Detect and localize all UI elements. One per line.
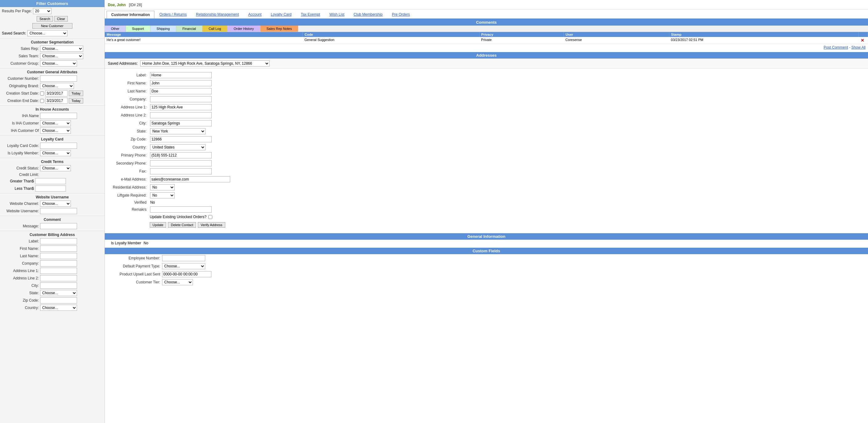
tab-pre-orders[interactable]: Pre Orders <box>388 11 414 19</box>
addr-city-input[interactable] <box>150 120 212 126</box>
tab-account[interactable]: Account <box>244 11 266 19</box>
billing-address1-input[interactable] <box>40 268 77 274</box>
tab-wish-list[interactable]: Wish List <box>325 11 349 19</box>
greater-than-input[interactable] <box>35 178 66 184</box>
comment-delete-btn[interactable]: ✕ <box>861 38 864 43</box>
website-channel-select[interactable]: Choose... <box>40 201 71 207</box>
loyalty-card-code-input[interactable] <box>40 143 77 149</box>
addr-liftgate-select[interactable]: NoYes <box>150 192 175 198</box>
is-iha-customer-select[interactable]: Choose... <box>40 120 71 126</box>
creation-start-date-row: Creation Start Date: Today <box>0 90 104 97</box>
delete-contact-button[interactable]: Delete Contact <box>168 222 196 228</box>
addr-firstname-input[interactable] <box>150 80 212 86</box>
tab-club-membership[interactable]: Club Membership <box>349 11 387 19</box>
results-per-page-select[interactable]: 2050100 <box>33 8 52 14</box>
new-customer-button[interactable]: New Customer <box>32 23 72 29</box>
billing-company-input[interactable] <box>40 260 77 266</box>
update-orders-checkbox[interactable] <box>208 215 212 219</box>
customer-group-row: Customer Group: Choose... <box>0 60 104 67</box>
comment-tab-support[interactable]: Support <box>126 26 151 32</box>
addr-secondary-phone-input[interactable] <box>150 160 212 166</box>
customer-number-input[interactable] <box>40 75 77 82</box>
billing-state-select[interactable]: Choose... <box>40 290 77 296</box>
sales-team-select[interactable]: Choose... <box>40 53 83 59</box>
comment-tab-orderhistory[interactable]: Order History <box>227 26 260 32</box>
comment-tab-salesrep[interactable]: Sales Rep Notes <box>260 26 299 32</box>
default-payment-type-select[interactable]: Choose... <box>162 263 205 269</box>
creation-end-date-today-btn[interactable]: Today <box>69 98 83 103</box>
billing-country-select[interactable]: Choose... <box>40 305 77 311</box>
greater-than-row: Greater Than$ <box>0 177 104 185</box>
billing-label-input[interactable] <box>40 238 77 244</box>
comment-delete-cell[interactable]: ✕ <box>859 37 868 44</box>
comment-col-code: Code <box>303 32 479 37</box>
update-button[interactable]: Update <box>150 222 166 228</box>
employee-number-input[interactable] <box>162 255 205 261</box>
billing-label-row: Label: <box>0 237 104 245</box>
saved-address-select[interactable]: Home John Doe, 125 High Rock Ave, Sarato… <box>140 60 270 67</box>
credit-limit-label: Credit Limit: <box>2 172 39 177</box>
search-button[interactable]: Search <box>37 16 53 22</box>
addr-label-input[interactable] <box>150 72 212 78</box>
product-upsell-input[interactable] <box>162 271 211 277</box>
saved-search-select[interactable]: Choose... <box>27 30 67 36</box>
comment-tab-other[interactable]: Other <box>105 26 126 32</box>
creation-start-date-input[interactable] <box>45 90 67 96</box>
iha-name-input[interactable] <box>40 113 77 119</box>
customer-tier-select[interactable]: Choose... <box>162 279 193 285</box>
addr-residential-select[interactable]: NoYes <box>150 184 175 190</box>
website-username-input[interactable] <box>40 208 77 214</box>
comment-tab-shipping[interactable]: Shipping <box>150 26 176 32</box>
iha-customer-of-select[interactable]: Choose... <box>40 128 71 134</box>
is-loyalty-member-select[interactable]: Choose... <box>40 150 71 156</box>
billing-lastname-input[interactable] <box>40 253 77 259</box>
addr-fax-input[interactable] <box>150 168 212 174</box>
addr-lastname-input[interactable] <box>150 88 212 94</box>
billing-city-input[interactable] <box>40 283 77 289</box>
creation-end-date-input[interactable] <box>45 98 67 104</box>
addr-primary-phone-input[interactable] <box>150 152 212 158</box>
credit-status-select[interactable]: Choose... <box>40 165 71 171</box>
addr-remarks-input[interactable] <box>150 206 212 213</box>
addr-primary-phone-row: Primary Phone: <box>111 151 232 159</box>
tab-customer-information[interactable]: Customer Information <box>106 11 154 19</box>
addr-country-select[interactable]: United States Canada <box>150 144 206 150</box>
billing-address2-input[interactable] <box>40 275 77 281</box>
comment-message-cell: He's a great customer! <box>105 37 303 44</box>
creation-start-date-today-btn[interactable]: Today <box>69 91 83 96</box>
addr-city-row: City: <box>111 119 232 127</box>
comment-tabs: Other Support Shipping Financial Call Lo… <box>105 26 868 32</box>
tab-tax-exempt[interactable]: Tax Exempt <box>297 11 324 19</box>
tab-loyalty-card[interactable]: Loyalty Card <box>267 11 296 19</box>
clear-button[interactable]: Clear <box>54 16 68 22</box>
creation-start-date-checkbox[interactable] <box>40 92 44 96</box>
creation-end-date-label: Creation End Date: <box>2 99 39 103</box>
comment-tab-financial[interactable]: Financial <box>176 26 203 32</box>
credit-status-label: Credit Status: <box>2 166 39 170</box>
tab-relationship-management[interactable]: Relationship Management <box>192 11 243 19</box>
results-per-page-row: Results Per Page: 2050100 <box>0 7 104 15</box>
addr-company-input[interactable] <box>150 96 212 102</box>
addr-state-select[interactable]: New York California Texas <box>150 128 206 134</box>
post-comment-link[interactable]: Post Comment <box>824 45 848 50</box>
show-all-link[interactable]: Show All <box>851 45 866 50</box>
originating-brand-select[interactable]: Choose... <box>40 83 74 89</box>
billing-firstname-input[interactable] <box>40 246 77 252</box>
addr-email-input[interactable] <box>150 176 230 183</box>
addr-address1-input[interactable] <box>150 104 212 110</box>
verify-address-button[interactable]: Verify Address <box>198 222 225 228</box>
custom-fields-section: Custom Fields Employee Number: Default P… <box>105 248 868 286</box>
billing-zip-input[interactable] <box>40 297 77 303</box>
message-input[interactable] <box>40 223 77 229</box>
tab-orders-returns[interactable]: Orders / Returns <box>155 11 191 19</box>
billing-address2-label: Address Line 2: <box>2 276 39 280</box>
comment-tab-calllog[interactable]: Call Log <box>203 26 227 32</box>
addr-zip-input[interactable] <box>150 136 212 142</box>
sales-rep-select[interactable]: Choose... <box>40 45 83 52</box>
less-than-input[interactable] <box>35 186 66 192</box>
addr-address2-input[interactable] <box>150 112 212 118</box>
customer-group-select[interactable]: Choose... <box>40 60 77 67</box>
creation-end-date-checkbox[interactable] <box>40 99 44 103</box>
sales-rep-label: Sales Rep: <box>2 46 39 51</box>
message-label: Message: <box>2 224 39 228</box>
